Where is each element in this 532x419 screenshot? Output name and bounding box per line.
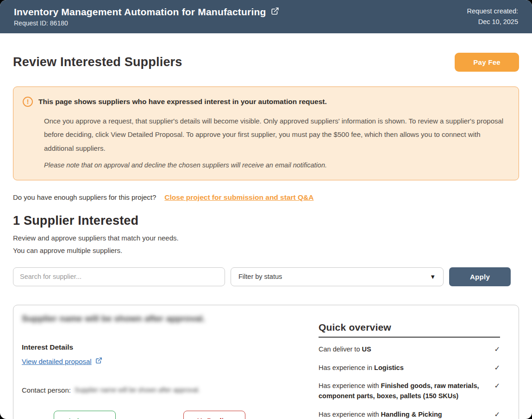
page: Inventory Management Automation for Manu… (0, 0, 532, 419)
supplier-name-hidden: Supplier name will be shown after approv… (22, 314, 305, 324)
notice-body: Once you approve a request, that supplie… (44, 114, 507, 155)
status-filter-select[interactable]: Filter by status ▼ (231, 267, 444, 286)
notice-box: ! This page shows suppliers who have exp… (13, 86, 519, 180)
suppliers-count-heading: 1 Supplier Interested (13, 214, 519, 228)
approve-label: Approve (75, 417, 104, 419)
quick-overview-panel: Quick overview Can deliver to US ✓ Has e… (319, 313, 500, 419)
warning-icon: ! (23, 97, 33, 107)
external-link-icon[interactable] (95, 357, 102, 366)
apply-button[interactable]: Apply (449, 267, 511, 286)
x-icon: ✕ (197, 416, 203, 419)
overview-item-text: Can deliver to US (319, 345, 371, 355)
request-id: Request ID: 86180 (14, 19, 279, 27)
check-icon: ✓ (494, 381, 500, 390)
suppliers-subline-2: You can approve multiple suppliers. (13, 246, 519, 254)
chevron-down-icon: ▼ (430, 273, 436, 280)
overview-item-text: Has experience in Logistics (319, 363, 404, 373)
supplier-card: Supplier name will be shown after approv… (13, 305, 519, 419)
list-item: Can deliver to US ✓ (319, 340, 500, 359)
view-proposal-link[interactable]: View detailed proposal (22, 357, 92, 365)
contact-person-label: Contact person: (22, 386, 71, 394)
overview-item-text: Has experience with Handling & Picking (319, 410, 442, 419)
check-icon: ✓ (65, 416, 71, 419)
check-icon: ✓ (494, 363, 500, 372)
request-created-label: Request created: (467, 6, 518, 17)
check-icon: ✓ (494, 410, 500, 419)
request-title: Inventory Management Automation for Manu… (14, 6, 266, 18)
suppliers-subline-1: Review and approve suppliers that match … (13, 234, 519, 242)
interest-details-label: Interest Details (22, 343, 305, 351)
list-item: Has experience in Logistics ✓ (319, 359, 500, 377)
notice-headline: This page shows suppliers who have expre… (38, 96, 327, 106)
close-project-question: Do you have enough suppliers for this pr… (13, 193, 156, 201)
request-created-date: Dec 10, 2025 (467, 17, 518, 27)
quick-overview-title: Quick overview (319, 322, 500, 338)
list-item: Has experience with Handling & Picking ✓ (319, 406, 500, 419)
status-filter-value: Filter by status (238, 273, 282, 280)
page-title: Review Interested Suppliers (13, 55, 182, 69)
approve-button[interactable]: ✓ Approve (54, 411, 116, 419)
quick-overview-list: Can deliver to US ✓ Has experience in Lo… (319, 340, 500, 419)
contact-person-hidden: Supplier name will be shown after approv… (75, 386, 200, 394)
request-header: Inventory Management Automation for Manu… (0, 0, 532, 33)
external-link-icon[interactable] (271, 7, 279, 17)
list-item: Has experience with Finished goods, raw … (319, 377, 500, 406)
decline-button[interactable]: ✕ Decline (183, 411, 245, 419)
overview-item-text: Has experience with Finished goods, raw … (319, 381, 487, 401)
notice-note: Please note that on approval and decline… (44, 161, 507, 169)
pay-fee-button[interactable]: Pay Fee (455, 53, 519, 72)
decline-label: Decline (207, 417, 232, 419)
check-icon: ✓ (494, 345, 500, 353)
search-input[interactable] (13, 267, 225, 286)
close-project-link[interactable]: Close project for submission and start Q… (164, 193, 313, 202)
